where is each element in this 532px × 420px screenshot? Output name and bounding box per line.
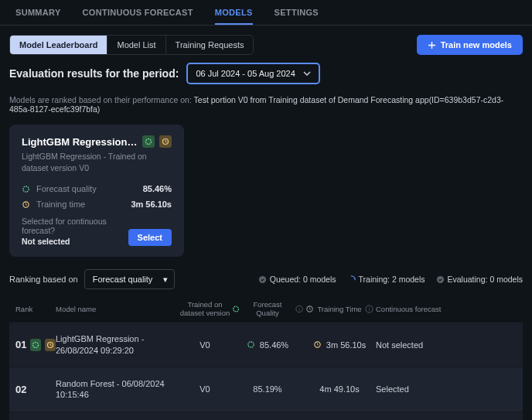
svg-text:i: i (368, 306, 369, 312)
cell-version: V0 (178, 384, 232, 394)
col-continuous-forecast: Continuous forecast (376, 305, 448, 313)
tab-continuous-forecast[interactable]: CONTINUOUS FORECAST (83, 8, 193, 25)
train-button-label: Train new models (441, 40, 512, 50)
leaderboard-table: Rank Model name Trained on dataset versi… (9, 295, 523, 420)
time-badge-icon (159, 135, 172, 148)
cell-model-name: Random Forest - 06/08/2024 10:15:46 (56, 378, 178, 401)
table-row[interactable]: 02Random Forest - 06/08/2024 10:15:46V08… (9, 367, 523, 411)
table-row[interactable]: 03Linear Regression - 26/08/2024 09:29:1… (9, 411, 523, 420)
cell-rank: 01 (15, 339, 56, 351)
cell-forecast-quality: 85.46% (232, 340, 303, 350)
table-row[interactable]: 01LightGBM Regression - 26/08/2024 09:29… (9, 322, 523, 367)
spinner-icon (347, 275, 356, 284)
target-icon (22, 185, 30, 193)
info-icon: i (365, 305, 373, 313)
tab-summary[interactable]: SUMMARY (15, 8, 61, 25)
svg-point-6 (234, 306, 239, 312)
clock-icon (305, 305, 314, 313)
tt-label: Training time (36, 200, 124, 209)
chevron-down-icon (303, 71, 311, 76)
subtab-group: Model Leaderboard Model List Training Re… (9, 35, 254, 55)
tab-models[interactable]: MODELS (215, 8, 253, 25)
col-forecast-quality[interactable]: Forecast Qualityi (232, 300, 303, 317)
status-summary: Queued: 0 models Training: 2 models Eval… (258, 275, 523, 284)
cell-model-name: LightGBM Regression - 26/08/2024 09:29:2… (56, 333, 178, 356)
check-circle-icon (258, 275, 267, 284)
select-button[interactable]: Select (128, 229, 172, 246)
card-title: LightGBM Regression - 26/08/202... (22, 136, 138, 148)
check-circle-icon (436, 275, 445, 284)
info-icon: i (295, 305, 303, 313)
fq-label: Forecast quality (36, 184, 137, 193)
ranking-selector[interactable]: Forecast quality ▾ (84, 269, 176, 289)
quality-badge-icon (142, 135, 155, 148)
tt-value: 3m 56.10s (131, 200, 172, 209)
col-rank: Rank (15, 305, 56, 313)
cf-question: Selected for continuous forecast? (22, 217, 107, 235)
col-name: Model name (56, 305, 178, 313)
subtab-leaderboard[interactable]: Model Leaderboard (10, 36, 107, 54)
cell-forecast-quality: 85.19% (232, 384, 303, 394)
subtab-model-list[interactable]: Model List (107, 36, 165, 54)
plus-icon (428, 41, 436, 50)
cell-training-time: 4m 49.10s (303, 384, 376, 394)
svg-text:i: i (298, 307, 299, 312)
clock-icon (313, 340, 322, 349)
ranked-prefix: Models are ranked based on their perform… (9, 95, 194, 104)
quality-badge-icon (30, 339, 41, 351)
caret-down-icon: ▾ (163, 275, 168, 285)
top-model-card: LightGBM Regression - 26/08/202... Light… (9, 125, 184, 257)
period-selector[interactable]: 06 Jul 2024 - 05 Aug 2024 (186, 63, 319, 84)
time-badge-icon (45, 339, 56, 351)
clock-icon (22, 200, 30, 209)
card-subtitle: LightGBM Regression - Trained on dataset… (22, 151, 172, 173)
queued-status: Queued: 0 models (270, 275, 336, 284)
svg-point-5 (436, 276, 443, 283)
ranked-basis-text: Models are ranked based on their perform… (0, 92, 532, 125)
cell-rank: 02 (15, 384, 56, 395)
svg-point-2 (23, 186, 29, 192)
svg-point-4 (259, 276, 266, 283)
fq-value: 85.46% (143, 184, 172, 193)
training-status: Training: 2 models (359, 275, 425, 284)
svg-point-0 (146, 139, 152, 145)
col-version: Trained on dataset version (178, 300, 232, 317)
period-value: 06 Jul 2024 - 05 Aug 2024 (196, 69, 295, 78)
tab-settings[interactable]: SETTINGS (275, 8, 319, 25)
cf-answer: Not selected (22, 237, 128, 246)
ranking-label: Ranking based on (9, 275, 78, 284)
target-icon (247, 340, 255, 349)
cf-status: Selected for continuous forecast? Not se… (22, 217, 128, 246)
svg-point-12 (33, 342, 39, 347)
target-icon (232, 305, 240, 313)
period-label: Evaluation results for the period: (9, 67, 179, 80)
svg-point-14 (248, 342, 254, 347)
col-training-time[interactable]: Training Timei (303, 305, 376, 313)
cell-continuous-forecast: Not selected (376, 340, 448, 350)
evaluating-status: Evaluating: 0 models (448, 275, 523, 284)
ranking-value: Forecast quality (93, 275, 153, 284)
cell-training-time: 3m 56.10s (303, 340, 376, 350)
cell-continuous-forecast: Selected (376, 384, 448, 394)
train-new-models-button[interactable]: Train new models (417, 35, 523, 55)
subtab-training-requests[interactable]: Training Requests (166, 36, 254, 54)
cell-version: V0 (178, 340, 232, 350)
